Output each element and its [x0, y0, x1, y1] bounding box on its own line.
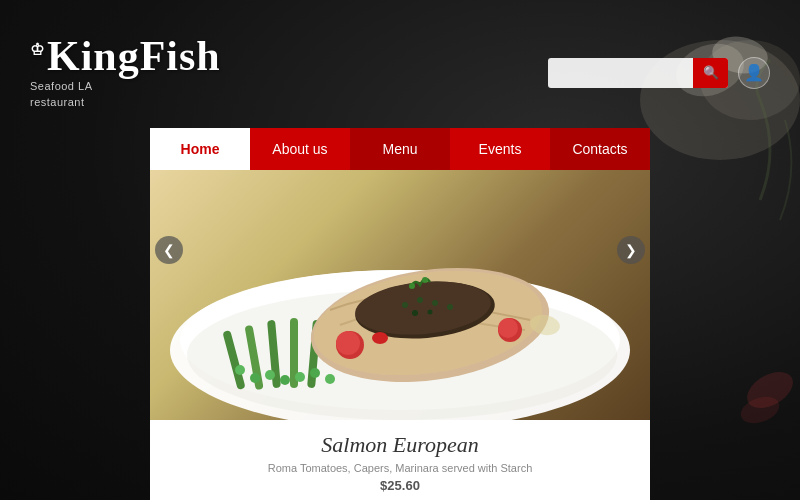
header: ♔KingFish Seafood LA restaurant 🔍 👤: [0, 0, 800, 135]
search-input[interactable]: [548, 66, 693, 80]
svg-point-16: [265, 370, 275, 380]
svg-point-37: [409, 283, 415, 289]
slide-image: [150, 170, 650, 420]
svg-point-38: [422, 277, 428, 283]
svg-point-18: [295, 372, 305, 382]
svg-point-36: [372, 332, 388, 344]
svg-point-31: [428, 310, 433, 315]
crown-icon: ♔: [30, 42, 45, 58]
svg-point-30: [412, 310, 418, 316]
search-button[interactable]: 🔍: [693, 58, 728, 88]
logo-title: ♔KingFish: [30, 35, 221, 77]
nav-item-home[interactable]: Home: [150, 128, 250, 170]
slide-price: $25.60: [380, 478, 420, 493]
arrow-right-button[interactable]: ❯: [617, 236, 645, 264]
header-right: 🔍 👤: [548, 57, 770, 89]
svg-point-26: [402, 302, 408, 308]
nav-item-menu[interactable]: Menu: [350, 128, 450, 170]
svg-point-27: [417, 297, 423, 303]
arrow-left-button[interactable]: ❮: [155, 236, 183, 264]
nav-item-about[interactable]: About us: [250, 128, 350, 170]
svg-point-19: [310, 368, 320, 378]
slide-info: Salmon European Roma Tomatoes, Capers, M…: [150, 420, 650, 500]
svg-point-28: [432, 300, 438, 306]
logo-area: ♔KingFish Seafood LA restaurant: [30, 35, 221, 110]
user-profile-icon[interactable]: 👤: [738, 57, 770, 89]
search-icon: 🔍: [703, 65, 719, 80]
svg-point-15: [250, 373, 260, 383]
svg-point-14: [235, 365, 245, 375]
svg-point-33: [336, 331, 360, 355]
svg-point-17: [280, 375, 290, 385]
nav-item-contacts[interactable]: Contacts: [550, 128, 650, 170]
logo-subtitle: Seafood LA restaurant: [30, 79, 93, 110]
navigation-bar: Home About us Menu Events Contacts: [150, 128, 650, 170]
food-illustration: [150, 170, 650, 420]
search-bar[interactable]: 🔍: [548, 58, 728, 88]
main-slideshow: Salmon European Roma Tomatoes, Capers, M…: [150, 170, 650, 500]
svg-point-29: [447, 304, 453, 310]
nav-item-events[interactable]: Events: [450, 128, 550, 170]
svg-point-35: [498, 318, 518, 338]
svg-point-20: [325, 374, 335, 384]
slide-title: Salmon European: [321, 432, 478, 458]
slide-description: Roma Tomatoes, Capers, Marinara served w…: [268, 462, 533, 474]
